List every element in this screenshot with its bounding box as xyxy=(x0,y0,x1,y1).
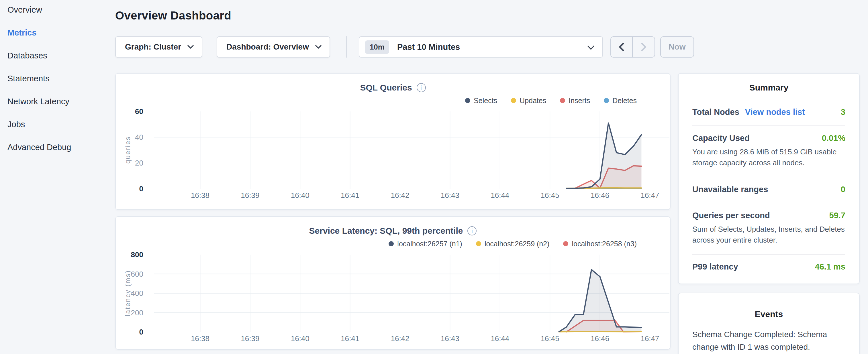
legend-label: localhost:26259 (n2) xyxy=(485,240,550,248)
chart-body: latency (ms) 0200400600800 16:3816:3916:… xyxy=(154,255,670,345)
chart-svg xyxy=(154,111,670,189)
summary-row-label: Queries per second xyxy=(692,211,770,220)
content-row: SQL Queries i SelectsUpdatesInsertsDelet… xyxy=(115,73,860,354)
chevron-right-icon xyxy=(641,43,646,51)
summary-rows: Total NodesView nodes list3Capacity Used… xyxy=(692,100,845,280)
time-forward-button[interactable] xyxy=(633,36,655,58)
summary-row-description: You are using 28.6 MiB of 515.9 GiB usab… xyxy=(692,147,845,168)
y-tick-label: 600 xyxy=(131,269,143,279)
y-tick-label: 0 xyxy=(139,185,143,193)
x-tick-label: 16:46 xyxy=(582,334,618,343)
info-icon[interactable]: i xyxy=(417,83,426,92)
chevron-down-icon xyxy=(587,42,594,53)
sidebar-item-overview[interactable]: Overview xyxy=(7,5,105,28)
legend-item[interactable]: localhost:26257 (n1) xyxy=(389,240,462,248)
x-axis-labels: 16:3816:3916:4016:4116:4216:4316:4416:45… xyxy=(154,334,670,345)
event-item[interactable]: Schema Change Completed: Schema change w… xyxy=(692,328,845,354)
legend-item[interactable]: Deletes xyxy=(604,97,637,105)
x-tick-label: 16:41 xyxy=(332,191,369,200)
x-tick-label: 16:47 xyxy=(631,191,668,200)
sidebar-item-metrics[interactable]: Metrics xyxy=(7,28,105,51)
dashboard-dropdown[interactable]: Dashboard: Overview xyxy=(217,36,330,58)
x-tick-label: 16:41 xyxy=(332,334,369,343)
summary-row-unavailable-ranges: Unavailable ranges0 xyxy=(692,177,845,203)
sidebar-item-network-latency[interactable]: Network Latency xyxy=(7,97,105,120)
summary-row-description: Sum of Selects, Updates, Inserts, and De… xyxy=(692,224,845,246)
x-tick-label: 16:40 xyxy=(282,191,318,200)
sql-queries-chart-panel: SQL Queries i SelectsUpdatesInsertsDelet… xyxy=(115,73,671,210)
y-tick-label: 40 xyxy=(135,133,143,142)
x-tick-label: 16:43 xyxy=(432,191,468,200)
summary-row-label: P99 latency xyxy=(692,262,738,271)
plot-area[interactable] xyxy=(154,111,670,189)
chart-legend: SelectsUpdatesInsertsDeletes xyxy=(116,96,670,105)
chart-body: queries 0204060 16:3816:3916:4016:4116:4… xyxy=(154,111,670,201)
x-tick-label: 16:43 xyxy=(432,334,468,343)
time-range-selector[interactable]: 10m Past 10 Minutes xyxy=(359,36,603,58)
chevron-down-icon xyxy=(187,45,194,49)
chart-title-text: SQL Queries xyxy=(360,81,412,94)
legend-item[interactable]: Inserts xyxy=(560,97,590,105)
chart-svg xyxy=(154,255,670,332)
chevron-down-icon xyxy=(315,45,321,49)
graph-dropdown[interactable]: Graph: Cluster xyxy=(115,36,202,58)
x-tick-label: 16:42 xyxy=(382,334,418,343)
y-tick-label: 800 xyxy=(131,250,143,259)
sidebar: OverviewMetricsDatabasesStatementsNetwor… xyxy=(0,0,105,354)
legend-item[interactable]: localhost:26259 (n2) xyxy=(476,240,550,248)
plot-area[interactable] xyxy=(154,255,670,332)
right-sidebar: Summary Total NodesView nodes list3Capac… xyxy=(678,73,860,354)
summary-row-value: 0 xyxy=(841,185,845,194)
x-tick-label: 16:38 xyxy=(182,334,218,343)
legend-label: Deletes xyxy=(612,97,637,105)
legend-dot xyxy=(511,98,516,103)
summary-row-value: 0.01% xyxy=(822,133,845,143)
y-tick-label: 20 xyxy=(135,159,143,167)
y-tick-label: 400 xyxy=(131,289,143,298)
legend-item[interactable]: localhost:26258 (n3) xyxy=(563,240,637,248)
now-button[interactable]: Now xyxy=(660,36,694,58)
info-icon[interactable]: i xyxy=(467,226,476,235)
y-tick-label: 60 xyxy=(135,107,143,116)
y-tick-label: 200 xyxy=(131,308,143,317)
summary-row-label: Unavailable ranges xyxy=(692,185,768,194)
summary-row-value: 59.7 xyxy=(829,211,845,220)
legend-dot xyxy=(604,98,609,103)
sidebar-item-jobs[interactable]: Jobs xyxy=(7,120,105,142)
legend-item[interactable]: Selects xyxy=(465,97,497,105)
summary-row-value: 46.1 ms xyxy=(815,262,845,271)
events-title: Events xyxy=(692,309,845,319)
x-tick-label: 16:47 xyxy=(631,334,668,343)
chart-title-text: Service Latency: SQL, 99th percentile xyxy=(309,225,463,237)
y-tick-label: 0 xyxy=(139,328,143,336)
sidebar-item-databases[interactable]: Databases xyxy=(7,51,105,74)
events-panel: Events Schema Change Completed: Schema c… xyxy=(678,293,860,354)
sidebar-item-advanced-debug[interactable]: Advanced Debug xyxy=(7,142,105,165)
sidebar-item-statements[interactable]: Statements xyxy=(7,74,105,97)
summary-row-total-nodes: Total NodesView nodes list3 xyxy=(692,100,845,125)
page-title: Overview Dashboard xyxy=(115,9,860,22)
chart-legend: localhost:26257 (n1)localhost:26259 (n2)… xyxy=(116,239,670,248)
legend-label: Selects xyxy=(474,97,497,105)
x-tick-label: 16:39 xyxy=(232,191,269,200)
legend-label: localhost:26257 (n1) xyxy=(397,240,462,248)
graph-dropdown-label: Graph: Cluster xyxy=(125,42,181,52)
x-tick-label: 16:40 xyxy=(282,334,318,343)
sidebar-nav-list: OverviewMetricsDatabasesStatementsNetwor… xyxy=(0,0,105,165)
legend-item[interactable]: Updates xyxy=(511,97,546,105)
summary-row-label: Capacity Used xyxy=(692,133,750,143)
x-tick-label: 16:42 xyxy=(382,191,418,200)
legend-dot xyxy=(563,241,568,246)
view-nodes-list-link[interactable]: View nodes list xyxy=(745,107,805,117)
chart-title: SQL Queries i xyxy=(360,81,426,94)
legend-label: Inserts xyxy=(568,97,590,105)
controls-bar: Graph: Cluster Dashboard: Overview 10m P… xyxy=(115,36,860,58)
x-tick-label: 16:45 xyxy=(532,191,568,200)
dashboard-dropdown-label: Dashboard: Overview xyxy=(226,42,309,52)
summary-row-value: 3 xyxy=(841,107,845,117)
service-latency-chart-panel: Service Latency: SQL, 99th percentile i … xyxy=(115,216,671,350)
x-axis-labels: 16:3816:3916:4016:4116:4216:4316:4416:45… xyxy=(154,191,670,201)
chart-title: Service Latency: SQL, 99th percentile i xyxy=(309,225,477,237)
time-back-button[interactable] xyxy=(610,36,633,58)
time-step-buttons xyxy=(610,36,655,58)
